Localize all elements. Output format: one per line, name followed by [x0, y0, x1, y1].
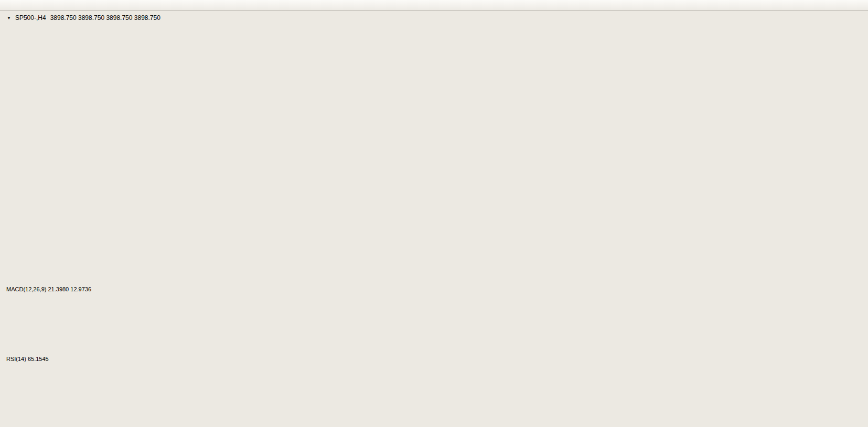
rsi-indicator-label: RSI(14) 65.1545 [6, 356, 49, 362]
macd-indicator-label: MACD(12,26,9) 21.3980 12.9736 [6, 286, 91, 292]
chart-symbol-period: SP500-,H4 [15, 14, 46, 21]
chart-canvas [0, 0, 868, 427]
mt4-terminal: { "toolbar": { "groups": [ [{"name":"new… [0, 0, 868, 427]
chart-ohlc-quotes: 3898.750 3898.750 3898.750 3898.750 [50, 14, 160, 21]
chart-title: ▼ SP500-,H4 3898.750 3898.750 3898.750 3… [7, 14, 160, 21]
chevron-down-icon[interactable]: ▼ [7, 16, 11, 20]
main-toolbar [0, 0, 868, 11]
